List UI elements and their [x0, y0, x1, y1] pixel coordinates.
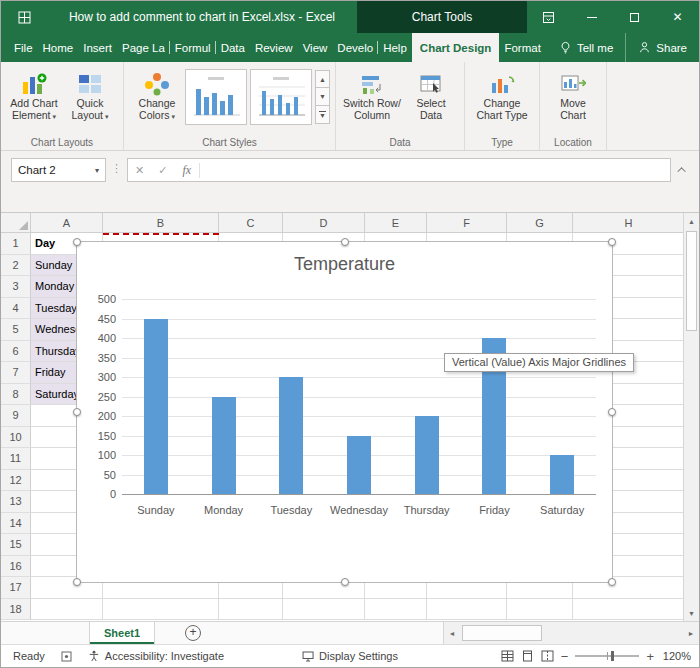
- chart-handle-middle-left[interactable]: [73, 408, 81, 416]
- quick-access-grid-icon[interactable]: [1, 11, 47, 24]
- vertical-scrollbar[interactable]: ▲ ▼: [683, 213, 699, 621]
- insert-function-button[interactable]: fx: [174, 163, 200, 178]
- chart-handle-top-center[interactable]: [341, 238, 349, 246]
- scroll-right-button[interactable]: ►: [683, 622, 699, 644]
- row-header-12[interactable]: 12: [1, 470, 31, 492]
- bar-wednesday[interactable]: [347, 436, 371, 495]
- collapse-formula-bar-button[interactable]: [675, 158, 691, 182]
- bar-thursday[interactable]: [415, 416, 439, 494]
- column-header-A[interactable]: A: [31, 213, 103, 233]
- select-all-corner[interactable]: [1, 213, 31, 233]
- major-gridline-500[interactable]: [122, 299, 596, 300]
- row-header-16[interactable]: 16: [1, 556, 31, 578]
- horizontal-scroll-thumb[interactable]: [462, 625, 542, 641]
- row-header-10[interactable]: 10: [1, 427, 31, 449]
- cell-F18[interactable]: [427, 599, 507, 621]
- normal-view-button[interactable]: [501, 650, 514, 662]
- tab-home[interactable]: Home: [38, 33, 79, 62]
- chart-handle-top-left[interactable]: [73, 238, 81, 246]
- column-header-H[interactable]: H: [573, 213, 685, 233]
- tab-formul[interactable]: Formul: [170, 33, 216, 62]
- cell-E18[interactable]: [365, 599, 427, 621]
- row-header-18[interactable]: 18: [1, 599, 31, 621]
- zoom-out-button[interactable]: −: [561, 649, 569, 664]
- scroll-up-button[interactable]: ▲: [684, 213, 699, 229]
- chart[interactable]: 050100150200250300350400450500SundayMond…: [76, 241, 613, 583]
- macro-record-button[interactable]: [61, 651, 72, 662]
- chart-handle-bottom-right[interactable]: [608, 578, 616, 586]
- chart-handle-bottom-center[interactable]: [341, 578, 349, 586]
- cell-A18[interactable]: [31, 599, 103, 621]
- row-header-14[interactable]: 14: [1, 513, 31, 535]
- cell-C18[interactable]: [219, 599, 283, 621]
- major-gridline-300[interactable]: [122, 377, 596, 378]
- row-header-9[interactable]: 9: [1, 405, 31, 427]
- bar-sunday[interactable]: [144, 319, 168, 495]
- accessibility-status-button[interactable]: Accessibility: Investigate: [88, 650, 224, 662]
- sheet-tab-sheet1[interactable]: Sheet1: [89, 622, 155, 644]
- tab-format[interactable]: Format: [499, 33, 545, 62]
- horizontal-scroll-track[interactable]: [460, 622, 683, 644]
- name-box-dropdown-icon[interactable]: ▾: [95, 166, 99, 175]
- page-layout-view-button[interactable]: [521, 650, 534, 662]
- major-gridline-250[interactable]: [122, 397, 596, 398]
- column-header-D[interactable]: D: [283, 213, 365, 233]
- major-gridline-200[interactable]: [122, 416, 596, 417]
- row-header-7[interactable]: 7: [1, 362, 31, 384]
- tell-me-button[interactable]: Tell me: [547, 33, 625, 62]
- cell-G18[interactable]: [507, 599, 573, 621]
- add-chart-element-button[interactable]: Add Chart Element▾: [6, 67, 62, 122]
- quick-layout-button[interactable]: Quick Layout▾: [62, 67, 118, 122]
- column-header-E[interactable]: E: [365, 213, 427, 233]
- select-data-button[interactable]: Select Data: [403, 67, 459, 122]
- tab-file[interactable]: File: [9, 33, 38, 62]
- gallery-up-button[interactable]: ▲: [315, 70, 330, 88]
- change-colors-button[interactable]: Change Colors▾: [129, 67, 185, 122]
- minimize-button[interactable]: [570, 1, 613, 33]
- row-header-2[interactable]: 2: [1, 255, 31, 277]
- tab-insert[interactable]: Insert: [78, 33, 117, 62]
- column-header-C[interactable]: C: [219, 213, 283, 233]
- scroll-down-button[interactable]: ▼: [684, 605, 699, 621]
- zoom-slider-thumb[interactable]: [611, 651, 614, 661]
- chart-title[interactable]: Temperature: [77, 254, 612, 275]
- row-header-13[interactable]: 13: [1, 491, 31, 513]
- x-axis-line[interactable]: [122, 494, 596, 495]
- chart-style-2-thumbnail[interactable]: [250, 69, 312, 125]
- display-settings-button[interactable]: Display Settings: [302, 650, 398, 662]
- tab-data[interactable]: Data: [216, 33, 250, 62]
- maximize-button[interactable]: [613, 1, 656, 33]
- scroll-left-button[interactable]: ◄: [444, 622, 460, 644]
- row-header-17[interactable]: 17: [1, 577, 31, 599]
- gallery-more-button[interactable]: ▼: [315, 106, 330, 124]
- tab-review[interactable]: Review: [250, 33, 298, 62]
- zoom-level-label[interactable]: 120%: [661, 650, 691, 662]
- tab-page-la[interactable]: Page La: [117, 33, 170, 62]
- name-box[interactable]: Chart 2 ▾: [11, 158, 106, 182]
- zoom-in-button[interactable]: +: [646, 649, 654, 664]
- enter-icon[interactable]: ✓: [151, 164, 174, 177]
- row-header-1[interactable]: 1: [1, 233, 31, 255]
- major-gridline-450[interactable]: [122, 319, 596, 320]
- tab-develo[interactable]: Develo: [332, 33, 378, 62]
- column-header-G[interactable]: G: [507, 213, 573, 233]
- tab-help[interactable]: Help: [378, 33, 412, 62]
- chart-handle-bottom-left[interactable]: [73, 578, 81, 586]
- row-header-11[interactable]: 11: [1, 448, 31, 470]
- change-chart-type-button[interactable]: Change Chart Type: [470, 67, 534, 122]
- tab-chart-design[interactable]: Chart Design: [412, 33, 500, 62]
- add-sheet-button[interactable]: +: [185, 625, 201, 641]
- bar-saturday[interactable]: [550, 455, 574, 494]
- cancel-icon[interactable]: ✕: [128, 164, 151, 177]
- vertical-scroll-thumb[interactable]: [686, 231, 697, 331]
- switch-row-column-button[interactable]: Switch Row/ Column: [341, 67, 403, 122]
- chart-handle-top-right[interactable]: [608, 238, 616, 246]
- row-header-5[interactable]: 5: [1, 319, 31, 341]
- row-header-8[interactable]: 8: [1, 384, 31, 406]
- tab-view[interactable]: View: [298, 33, 333, 62]
- horizontal-scrollbar[interactable]: ◄ ►: [443, 622, 699, 644]
- gallery-down-button[interactable]: ▼: [315, 88, 330, 106]
- page-break-view-button[interactable]: [541, 650, 554, 662]
- share-button[interactable]: Share: [625, 33, 699, 62]
- chart-style-1-thumbnail[interactable]: [185, 69, 247, 125]
